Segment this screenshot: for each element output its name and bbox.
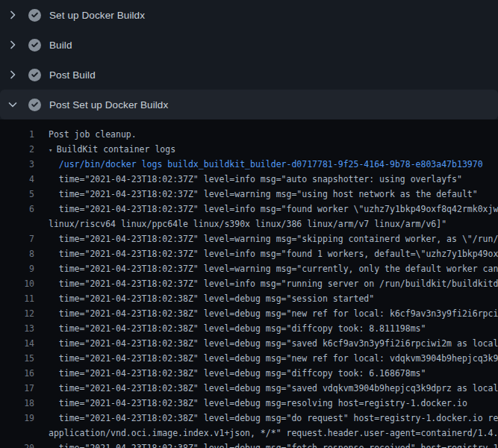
log-line: 16 time="2021-04-23T18:02:38Z" level=deb… — [0, 366, 498, 381]
log-line: 20 time="2021-04-23T18:02:38Z" level=deb… — [0, 441, 498, 448]
line-number-link[interactable]: 6 — [0, 202, 34, 217]
line-number-link[interactable]: 15 — [0, 351, 34, 366]
check-circle-icon — [28, 69, 41, 81]
log-line: 5 time="2021-04-23T18:02:37Z" level=warn… — [0, 187, 498, 202]
log-line: 10 time="2021-04-23T18:02:37Z" level=inf… — [0, 276, 498, 291]
log-line: 8 time="2021-04-23T18:02:37Z" level=info… — [0, 246, 498, 261]
line-number-link[interactable]: 5 — [0, 187, 34, 202]
line-number-link[interactable]: 8 — [0, 246, 34, 261]
step-label: Post Set up Docker Buildx — [49, 99, 168, 111]
log-line: 17 time="2021-04-23T18:02:38Z" level=deb… — [0, 381, 498, 396]
line-number-link[interactable]: 13 — [0, 321, 34, 336]
log-text: linux/riscv64 linux/ppc64le linux/s390x … — [34, 217, 446, 231]
log-text: time="2021-04-23T18:02:37Z" level=info m… — [34, 246, 498, 261]
log-text: time="2021-04-23T18:02:37Z" level=info m… — [34, 276, 498, 291]
line-number-link[interactable]: 20 — [0, 441, 34, 448]
line-number-link[interactable]: 19 — [0, 411, 34, 426]
chevron-right-icon — [7, 9, 19, 21]
line-number-link — [0, 426, 34, 441]
log-text: time="2021-04-23T18:02:38Z" level=debug … — [34, 321, 426, 336]
log-text: time="2021-04-23T18:02:37Z" level=warnin… — [34, 261, 498, 276]
log-line: 13 time="2021-04-23T18:02:38Z" level=deb… — [0, 321, 498, 336]
log-text: Post job cleanup. — [34, 127, 137, 142]
chevron-right-icon — [7, 69, 19, 81]
chevron-down-icon — [7, 99, 19, 111]
log-text: time="2021-04-23T18:02:38Z" level=debug … — [34, 336, 498, 351]
line-number-link[interactable]: 16 — [0, 366, 34, 381]
step-list: Set up Docker Buildx Build Post Build Po… — [0, 0, 498, 119]
log-line: 3 /usr/bin/docker logs buildx_buildkit_b… — [0, 157, 498, 172]
log-text: time="2021-04-23T18:02:38Z" level=debug … — [34, 411, 498, 426]
log-line: 12 time="2021-04-23T18:02:38Z" level=deb… — [0, 306, 498, 321]
check-circle-icon — [28, 9, 41, 22]
log-text: time="2021-04-23T18:02:37Z" level=warnin… — [34, 231, 498, 246]
log-text: time="2021-04-23T18:02:37Z" level=warnin… — [34, 187, 478, 202]
log-line: application/vnd.oci.image.index.v1+json,… — [0, 426, 498, 441]
line-number-link[interactable]: 3 — [0, 157, 34, 172]
log-line: 2▾BuildKit container logs — [0, 142, 498, 157]
check-circle-icon — [28, 99, 41, 111]
log-text: time="2021-04-23T18:02:38Z" level=debug … — [34, 306, 498, 321]
line-number-link[interactable]: 9 — [0, 261, 34, 276]
line-number-link — [0, 217, 34, 231]
log-text: time="2021-04-23T18:02:38Z" level=debug … — [34, 441, 498, 448]
log-text: time="2021-04-23T18:02:38Z" level=debug … — [34, 351, 498, 366]
log-text: time="2021-04-23T18:02:38Z" level=debug … — [34, 291, 374, 306]
line-number-link[interactable]: 14 — [0, 336, 34, 351]
log-lines: 1Post job cleanup.2▾BuildKit container l… — [0, 127, 498, 448]
log-line: 18 time="2021-04-23T18:02:38Z" level=deb… — [0, 396, 498, 411]
log-line: 1Post job cleanup. — [0, 127, 498, 142]
line-number-link[interactable]: 18 — [0, 396, 34, 411]
log-text: time="2021-04-23T18:02:38Z" level=debug … — [34, 381, 498, 396]
step-label: Build — [49, 40, 72, 51]
check-circle-icon — [28, 39, 41, 52]
log-text: ▾BuildKit container logs — [34, 142, 175, 157]
log-text: application/vnd.oci.image.index.v1+json,… — [34, 426, 498, 441]
log-text: time="2021-04-23T18:02:38Z" level=debug … — [34, 366, 426, 381]
chevron-right-icon — [7, 39, 19, 51]
log-line: 7 time="2021-04-23T18:02:37Z" level=warn… — [0, 231, 498, 246]
line-number-link[interactable]: 10 — [0, 276, 34, 291]
log-command-text: /usr/bin/docker logs buildx_buildkit_bui… — [34, 157, 483, 172]
step-header-build[interactable]: Build — [0, 30, 498, 60]
log-line: linux/riscv64 linux/ppc64le linux/s390x … — [0, 217, 498, 231]
log-text: time="2021-04-23T18:02:37Z" level=info m… — [34, 172, 462, 187]
line-number-link[interactable]: 12 — [0, 306, 34, 321]
log-line: 11 time="2021-04-23T18:02:38Z" level=deb… — [0, 291, 498, 306]
step-header-post-build[interactable]: Post Build — [0, 60, 498, 90]
line-number-link[interactable]: 7 — [0, 231, 34, 246]
log-line: 19 time="2021-04-23T18:02:38Z" level=deb… — [0, 411, 498, 426]
log-line: 9 time="2021-04-23T18:02:37Z" level=warn… — [0, 261, 498, 276]
line-number-link[interactable]: 2 — [0, 142, 34, 157]
line-number-link[interactable]: 1 — [0, 127, 34, 142]
log-area: 1Post job cleanup.2▾BuildKit container l… — [0, 119, 498, 448]
step-label: Set up Docker Buildx — [49, 10, 145, 21]
step-header-setup-docker-buildx[interactable]: Set up Docker Buildx — [0, 0, 498, 30]
step-label: Post Build — [49, 69, 96, 81]
log-text: time="2021-04-23T18:02:37Z" level=info m… — [34, 202, 498, 217]
step-header-post-setup-docker-buildx[interactable]: Post Set up Docker Buildx — [0, 90, 498, 119]
log-line: 15 time="2021-04-23T18:02:38Z" level=deb… — [0, 351, 498, 366]
log-line: 6 time="2021-04-23T18:02:37Z" level=info… — [0, 202, 498, 217]
line-number-link[interactable]: 4 — [0, 172, 34, 187]
log-text: time="2021-04-23T18:02:38Z" level=debug … — [34, 396, 467, 411]
log-group-label: BuildKit container logs — [57, 144, 175, 155]
line-number-link[interactable]: 17 — [0, 381, 34, 396]
log-line: 4 time="2021-04-23T18:02:37Z" level=info… — [0, 172, 498, 187]
line-number-link[interactable]: 11 — [0, 291, 34, 306]
log-group-toggle-icon[interactable]: ▾ — [49, 143, 57, 158]
log-line: 14 time="2021-04-23T18:02:38Z" level=deb… — [0, 336, 498, 351]
